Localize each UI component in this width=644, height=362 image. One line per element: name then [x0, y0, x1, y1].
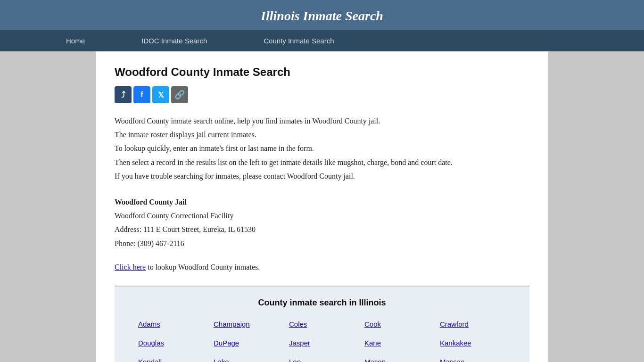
share-button[interactable]: ⤴ [115, 86, 132, 103]
county-link-crawford[interactable]: Crawford [440, 317, 506, 331]
lookup-suffix: to lookup Woodford County inmates. [146, 263, 260, 271]
desc-line-4: Then select a record in the results list… [115, 156, 529, 169]
jail-phone: Phone: (309) 467-2116 [115, 237, 529, 250]
county-link-kendall[interactable]: Kendall [138, 355, 204, 362]
jail-name: Woodford County Jail [115, 196, 529, 208]
nav-county[interactable]: County Inmate Search [235, 30, 362, 51]
description-section: Woodford County inmate search online, he… [115, 115, 529, 182]
copy-link-button[interactable]: 🔗 [171, 86, 188, 103]
desc-line-3: To lookup quickly, enter an inmate's fir… [115, 142, 529, 155]
county-section: County inmate search in Illinois AdamsCh… [115, 286, 529, 362]
jail-facility: Woodford County Correctional Facility [115, 209, 529, 222]
page-heading: Woodford County Inmate Search [115, 66, 529, 79]
desc-line-2: The inmate roster displays jail current … [115, 128, 529, 141]
county-link-dupage[interactable]: DuPage [214, 336, 280, 350]
county-link-kankakee[interactable]: Kankakee [440, 336, 506, 350]
county-section-title: County inmate search in Illinois [129, 298, 515, 308]
facebook-button[interactable]: f [133, 86, 150, 103]
county-link-jasper[interactable]: Jasper [289, 336, 355, 350]
lookup-link[interactable]: Click here [115, 263, 146, 271]
nav-idoc[interactable]: IDOC Inmate Search [113, 30, 235, 51]
main-nav: Home IDOC Inmate Search County Inmate Se… [0, 30, 644, 51]
jail-address: Address: 111 E Court Street, Eureka, IL … [115, 223, 529, 236]
social-share-bar: ⤴ f 𝕏 🔗 [115, 86, 529, 103]
lookup-link-section: Click here to lookup Woodford County inm… [115, 263, 529, 272]
county-link-douglas[interactable]: Douglas [138, 336, 204, 350]
site-title: Illinois Inmate Search [261, 8, 383, 23]
county-link-lee[interactable]: Lee [289, 355, 355, 362]
county-grid: AdamsChampaignColesCookCrawfordDouglasDu… [129, 317, 515, 362]
county-link-massac[interactable]: Massac [440, 355, 506, 362]
county-link-kane[interactable]: Kane [364, 336, 430, 350]
twitter-button[interactable]: 𝕏 [152, 86, 169, 103]
county-link-lake[interactable]: Lake [214, 355, 280, 362]
county-link-champaign[interactable]: Champaign [214, 317, 280, 331]
county-link-adams[interactable]: Adams [138, 317, 204, 331]
county-link-cook[interactable]: Cook [364, 317, 430, 331]
desc-line-5: If you have trouble searching for inmate… [115, 170, 529, 182]
desc-line-1: Woodford County inmate search online, he… [115, 115, 529, 127]
jail-info-section: Woodford County Jail Woodford County Cor… [115, 196, 529, 250]
nav-home[interactable]: Home [38, 30, 113, 51]
county-link-coles[interactable]: Coles [289, 317, 355, 331]
main-content: Woodford County Inmate Search ⤴ f 𝕏 🔗 Wo… [96, 51, 548, 362]
county-link-macon[interactable]: Macon [364, 355, 430, 362]
site-header: Illinois Inmate Search [0, 0, 644, 30]
